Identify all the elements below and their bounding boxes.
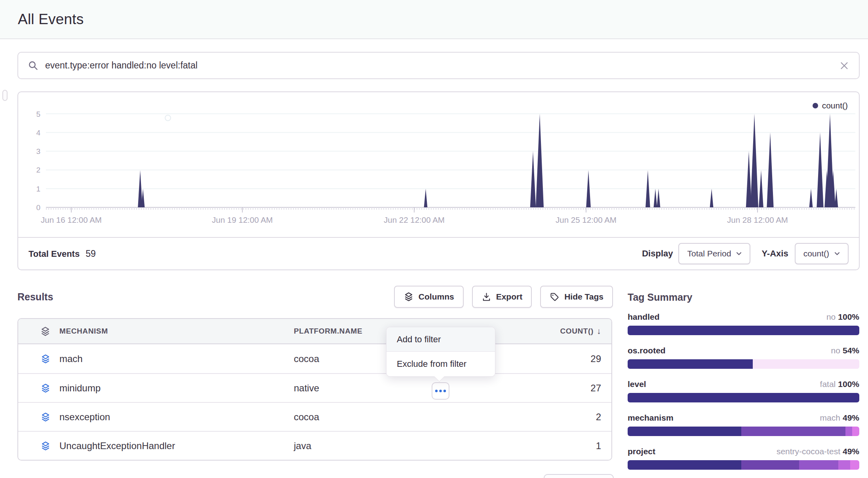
cell-platform[interactable]: cocoa xyxy=(294,412,516,423)
events-chart[interactable]: 012345Jun 16 12:00 AMJun 19 12:00 AMJun … xyxy=(18,92,859,238)
tag-bar-segment[interactable] xyxy=(852,427,859,436)
cell-mechanism[interactable]: minidump xyxy=(59,383,294,394)
tag-distribution-bar xyxy=(628,460,859,470)
cell-count[interactable]: 27 xyxy=(516,383,611,394)
x-axis-label: Jun 25 12:00 AM xyxy=(556,215,617,224)
svg-text:5: 5 xyxy=(36,110,40,118)
column-header-count[interactable]: COUNT() ↓ xyxy=(516,326,611,336)
hide-tags-button[interactable]: Hide Tags xyxy=(540,286,613,308)
tag-bar-segment[interactable] xyxy=(838,460,850,470)
button-label: Columns xyxy=(419,292,454,302)
columns-button[interactable]: Columns xyxy=(394,286,464,308)
tag-bar-segment[interactable] xyxy=(845,427,853,436)
x-axis-label: Jun 19 12:00 AM xyxy=(212,215,273,224)
page-header: All Events xyxy=(0,0,868,39)
tag-top-value: no100% xyxy=(826,312,859,322)
total-events: Total Events 59 xyxy=(29,248,96,259)
yaxis-select[interactable]: count() xyxy=(795,243,849,264)
cell-platform[interactable]: native xyxy=(294,383,516,394)
clear-search-button[interactable] xyxy=(839,61,849,71)
results-header-row: Results ColumnsExportHide Tags xyxy=(17,283,613,311)
export-button[interactable]: Export xyxy=(472,286,532,308)
yaxis-label: Y-Axis xyxy=(761,248,788,259)
cell-context-menu: Add to filter Exclude from filter xyxy=(386,327,495,377)
tag-summary-panel: Tag Summary handledno100%os.rootedno54%l… xyxy=(628,292,859,478)
total-events-label: Total Events xyxy=(29,249,80,259)
results-title: Results xyxy=(17,291,53,303)
chart-footer: Total Events 59 Display Total Period Y-A… xyxy=(18,237,859,269)
tag-distribution-bar xyxy=(628,393,859,402)
display-select[interactable]: Total Period xyxy=(678,243,750,264)
scroll-handle[interactable] xyxy=(2,90,8,101)
tag-head: levelfatal100% xyxy=(628,379,859,390)
cell-count[interactable]: 29 xyxy=(516,353,611,364)
tag-group-level: levelfatal100% xyxy=(628,379,859,402)
tag-bar-segment[interactable] xyxy=(628,427,741,436)
cell-mechanism[interactable]: UncaughtExceptionHandler xyxy=(59,440,294,451)
menu-item-add-to-filter[interactable]: Add to filter xyxy=(386,327,495,352)
close-icon xyxy=(839,61,849,71)
layers-icon xyxy=(40,412,51,422)
discover-all-events-page: All Events event.type:error handled:no l… xyxy=(0,0,868,478)
cell-mechanism[interactable]: nsexception xyxy=(59,412,294,423)
column-header-mechanism[interactable]: MECHANISM xyxy=(59,327,294,336)
download-icon xyxy=(482,292,491,302)
tag-bar-segment[interactable] xyxy=(753,359,859,369)
tag-group-mechanism: mechanismmach49% xyxy=(628,413,859,436)
table-row[interactable]: nsexceptioncocoa2 xyxy=(18,402,611,431)
chart-legend[interactable]: count() xyxy=(813,101,848,110)
table-row[interactable]: machcocoa29 xyxy=(18,344,611,373)
tag-bar-segment[interactable] xyxy=(628,460,741,470)
svg-text:0: 0 xyxy=(36,203,40,212)
table-row[interactable]: minidumpnative27 xyxy=(18,373,611,402)
cell-count[interactable]: 2 xyxy=(516,412,611,423)
chevron-down-icon xyxy=(834,252,840,256)
tag-name: handled xyxy=(628,312,660,322)
tag-group-os.rooted: os.rootedno54% xyxy=(628,346,859,369)
tag-top-value: no54% xyxy=(831,346,859,355)
tag-distribution-bar xyxy=(628,427,859,436)
tag-icon xyxy=(550,292,560,302)
events-chart-card: 012345Jun 16 12:00 AMJun 19 12:00 AMJun … xyxy=(17,91,860,270)
tag-name: project xyxy=(628,447,655,456)
tag-group-project: projectsentry-cocoa-test49% xyxy=(628,447,859,470)
results-table: MECHANISM PLATFORM.NAME COUNT() ↓ machco… xyxy=(17,318,612,461)
layers-icon xyxy=(40,441,51,451)
page-title: All Events xyxy=(18,11,84,28)
svg-text:3: 3 xyxy=(36,147,40,156)
chart-controls: Display Total Period Y-Axis count() xyxy=(642,243,849,264)
row-actions-button[interactable] xyxy=(432,382,449,400)
display-label: Display xyxy=(642,248,673,259)
tag-bar-segment[interactable] xyxy=(850,460,859,470)
legend-label: count() xyxy=(822,101,848,110)
table-row[interactable]: UncaughtExceptionHandlerjava1 xyxy=(18,431,611,460)
tag-top-value: mach49% xyxy=(820,413,859,423)
tag-summary-title: Tag Summary xyxy=(628,292,859,303)
layers-icon xyxy=(40,354,51,364)
row-layers-cell xyxy=(18,412,59,422)
tag-bar-segment[interactable] xyxy=(741,427,845,436)
layers-icon xyxy=(40,326,51,337)
cell-platform[interactable]: java xyxy=(294,440,516,451)
tag-name: mechanism xyxy=(628,413,674,423)
search-bar[interactable]: event.type:error handled:no level:fatal xyxy=(17,52,860,79)
tag-bar-segment[interactable] xyxy=(628,393,859,402)
tag-name: os.rooted xyxy=(628,346,666,355)
tag-bar-segment[interactable] xyxy=(741,460,799,470)
cell-mechanism[interactable]: mach xyxy=(59,353,294,364)
row-layers-cell xyxy=(18,354,59,364)
cell-count[interactable]: 1 xyxy=(516,440,611,451)
tag-bar-segment[interactable] xyxy=(628,326,859,335)
x-axis-label: Jun 22 12:00 AM xyxy=(384,215,445,224)
x-axis-label: Jun 16 12:00 AM xyxy=(41,215,102,224)
pagination-buttons[interactable] xyxy=(544,474,614,478)
tag-name: level xyxy=(628,379,646,389)
layers-icon xyxy=(404,292,414,302)
tag-distribution-bar xyxy=(628,326,859,335)
display-select-value: Total Period xyxy=(687,249,731,258)
search-input[interactable]: event.type:error handled:no level:fatal xyxy=(45,60,839,71)
tag-bar-segment[interactable] xyxy=(628,359,753,369)
tag-bar-segment[interactable] xyxy=(799,460,838,470)
ellipsis-icon xyxy=(435,389,446,393)
header-layers-cell xyxy=(18,326,59,337)
